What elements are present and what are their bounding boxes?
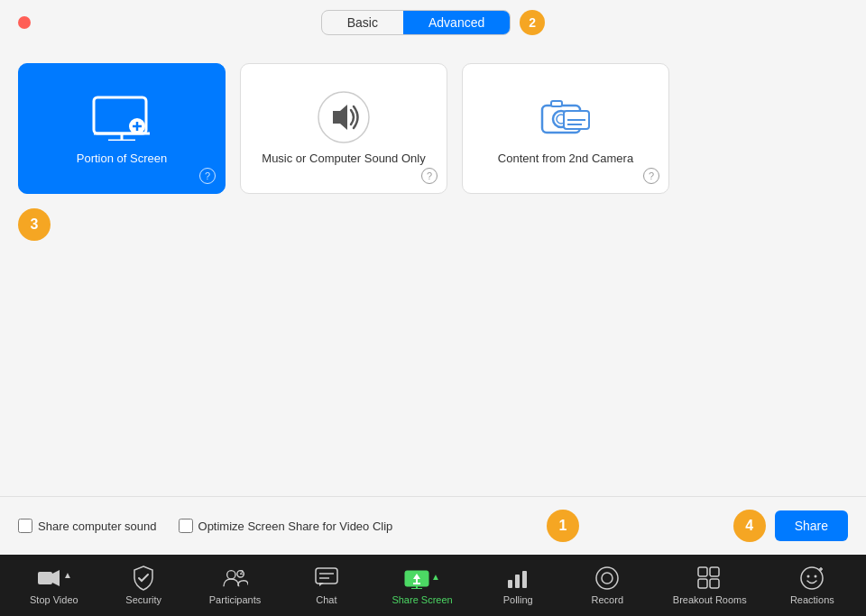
- stop-video-with-arrow: ▲: [36, 565, 72, 591]
- toolbar-chat[interactable]: Chat: [297, 562, 355, 609]
- toolbar: ▲ Stop Video Security 2 Participants: [0, 555, 866, 616]
- svg-marker-8: [333, 105, 347, 130]
- stop-video-label: Stop Video: [30, 594, 78, 605]
- option-music-sound[interactable]: Music or Computer Sound Only ?: [240, 63, 447, 194]
- breakout-rooms-icon: [697, 565, 723, 591]
- participants-label: Participants: [209, 594, 261, 605]
- svg-rect-32: [522, 571, 527, 588]
- stop-video-icon: [36, 565, 61, 591]
- option-camera-label: Content from 2nd Camera: [498, 152, 633, 165]
- share-sound-label: Share computer sound: [38, 519, 157, 533]
- main-content: Portion of Screen ? Music or Computer So…: [0, 45, 866, 496]
- option-2nd-camera[interactable]: Content from 2nd Camera ?: [462, 63, 669, 194]
- svg-point-41: [815, 575, 817, 578]
- toolbar-record[interactable]: Record: [578, 562, 637, 609]
- security-label: Security: [125, 594, 161, 605]
- option-portion-of-screen[interactable]: Portion of Screen ?: [18, 63, 226, 194]
- camera-icon: [534, 93, 597, 143]
- optimize-checkbox[interactable]: Optimize Screen Share for Video Clip: [179, 519, 393, 533]
- toolbar-share-screen[interactable]: ▲ Share Screen: [386, 562, 457, 609]
- share-screen-icon: [404, 565, 429, 591]
- participants-icon: 2: [223, 565, 248, 591]
- share-sound-checkbox[interactable]: Share computer sound: [18, 519, 157, 533]
- share-screen-with-arrow: ▲: [404, 565, 440, 591]
- record-icon: [594, 565, 620, 591]
- share-options-grid: Portion of Screen ? Music or Computer So…: [18, 63, 848, 194]
- chat-icon: [314, 565, 339, 591]
- svg-rect-38: [710, 579, 719, 588]
- share-screen-chevron[interactable]: ▲: [431, 572, 440, 582]
- toolbar-polling[interactable]: Polling: [489, 562, 548, 609]
- option-music-label: Music or Computer Sound Only: [262, 152, 425, 165]
- polling-label: Polling: [503, 594, 533, 605]
- breakout-rooms-label: Breakout Rooms: [673, 594, 747, 605]
- chat-label: Chat: [316, 594, 336, 605]
- tab-switcher: Basic Advanced: [321, 10, 511, 35]
- svg-rect-35: [698, 567, 707, 576]
- svg-point-39: [801, 567, 823, 589]
- reactions-icon: [799, 565, 825, 591]
- toolbar-participants[interactable]: 2 Participants: [204, 562, 266, 609]
- step-badge-2: 2: [520, 10, 545, 35]
- svg-point-34: [602, 573, 613, 584]
- svg-rect-31: [515, 575, 520, 588]
- svg-point-18: [226, 571, 235, 579]
- record-label: Record: [592, 594, 623, 605]
- polling-icon: [505, 565, 530, 591]
- option-portion-label: Portion of Screen: [77, 152, 167, 165]
- svg-rect-36: [710, 567, 719, 576]
- share-sound-input[interactable]: [18, 519, 32, 533]
- portion-help-icon[interactable]: ?: [199, 168, 216, 184]
- music-help-icon[interactable]: ?: [421, 168, 438, 184]
- bottom-options-bar: Share computer sound Optimize Screen Sha…: [0, 496, 866, 555]
- stop-video-chevron[interactable]: ▲: [63, 570, 72, 580]
- reactions-label: Reactions: [790, 594, 834, 605]
- share-button[interactable]: Share: [775, 510, 848, 541]
- optimize-input[interactable]: [179, 519, 193, 533]
- music-sound-icon: [312, 93, 375, 143]
- step-badge-4: 4: [733, 510, 766, 542]
- svg-rect-37: [698, 579, 707, 588]
- step-badge-3: 3: [18, 208, 51, 241]
- toolbar-stop-video[interactable]: ▲ Stop Video: [24, 562, 84, 609]
- security-icon: [131, 565, 156, 591]
- svg-rect-30: [508, 580, 512, 588]
- camera-help-icon[interactable]: ?: [643, 168, 659, 184]
- svg-rect-21: [316, 568, 337, 584]
- top-bar: Basic Advanced 2: [0, 0, 866, 45]
- checkboxes-container: Share computer sound Optimize Screen Sha…: [18, 519, 392, 533]
- tab-advanced[interactable]: Advanced: [403, 11, 510, 34]
- svg-point-33: [596, 567, 618, 589]
- toolbar-security[interactable]: Security: [115, 562, 173, 609]
- step-badge-1: 1: [547, 510, 579, 542]
- svg-point-40: [807, 575, 810, 578]
- toolbar-reactions[interactable]: Reactions: [783, 562, 842, 609]
- svg-rect-16: [38, 572, 52, 584]
- svg-text:2: 2: [239, 568, 243, 576]
- optimize-label: Optimize Screen Share for Video Clip: [198, 519, 393, 533]
- toolbar-breakout-rooms[interactable]: Breakout Rooms: [668, 562, 752, 609]
- share-button-container: 4 Share: [733, 510, 848, 542]
- share-screen-label: Share Screen: [392, 594, 452, 605]
- portion-screen-icon: [90, 93, 153, 143]
- close-button[interactable]: [18, 16, 31, 29]
- svg-rect-12: [551, 101, 562, 106]
- svg-marker-17: [52, 570, 60, 586]
- tab-basic[interactable]: Basic: [322, 11, 403, 34]
